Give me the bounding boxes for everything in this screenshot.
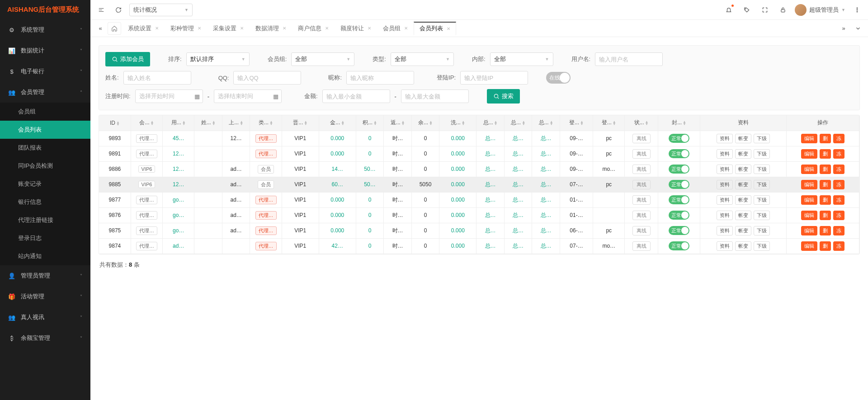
tag-button[interactable] [741,4,753,16]
acct-button[interactable]: 帐变 [735,241,751,251]
close-icon[interactable]: ✕ [447,26,450,31]
acct-button[interactable]: 帐变 [735,226,751,235]
user-link[interactable]: 45… [173,135,184,141]
delete-button[interactable]: 删 [820,180,831,189]
tabs-prev-button[interactable]: « [94,22,107,35]
amount-max-input[interactable] [401,89,469,103]
wash-link[interactable]: 0.000 [451,181,465,188]
qq-input[interactable] [233,71,301,85]
notifications-button[interactable] [722,4,735,16]
sort-select[interactable]: 默认排序▼ [186,52,250,66]
sub-button[interactable]: 下级 [754,165,770,174]
points-link[interactable]: 0 [368,135,372,141]
submenu-item[interactable]: 站内通知 [0,247,90,265]
col-header[interactable]: 总...▲▼ [504,115,532,131]
money-link[interactable]: 0.000 [330,151,344,157]
edit-button[interactable]: 编辑 [801,211,817,220]
points-link[interactable]: 50… [364,166,375,172]
delete-button[interactable]: 删 [820,226,831,235]
col-header[interactable]: 上...▲▼ [222,115,250,131]
tab[interactable]: 会员列表✕ [414,22,456,35]
freeze-button[interactable]: 冻 [833,180,844,189]
close-icon[interactable]: ✕ [368,26,371,31]
tabs-menu-button[interactable] [852,22,864,35]
submenu-item[interactable]: 同IP会员检测 [0,157,90,175]
edit-button[interactable]: 编辑 [801,241,817,251]
sub-button[interactable]: 下级 [754,211,770,220]
menu-group-7[interactable]: ₿余额宝管理˅ [0,328,90,348]
block-switch[interactable]: 正常 [669,134,689,143]
tabs-next-button[interactable]: » [837,22,850,35]
edit-button[interactable]: 编辑 [801,134,817,143]
type-select[interactable]: 全部▼ [391,52,454,66]
user-menu[interactable]: 超级管理员 ▼ [795,4,845,16]
block-switch[interactable]: 正常 [669,241,689,250]
money-link[interactable]: 0.000 [330,227,344,234]
col-header[interactable]: 晋...▲▼ [282,115,319,131]
collapse-sidebar-button[interactable] [95,4,108,16]
sub-button[interactable]: 下级 [754,226,770,235]
data-button[interactable]: 资料 [717,195,733,205]
data-button[interactable]: 资料 [717,165,733,174]
menu-group-5[interactable]: 🎁活动管理˅ [0,286,90,307]
data-button[interactable]: 资料 [717,226,733,235]
tab[interactable]: 额度转让✕ [335,22,377,35]
sub-button[interactable]: 下级 [754,134,770,143]
user-link[interactable]: go… [173,212,184,218]
acct-button[interactable]: 帐变 [735,134,751,143]
acct-button[interactable]: 帐变 [735,211,751,220]
user-link[interactable]: go… [173,197,184,203]
freeze-button[interactable]: 冻 [833,211,844,220]
col-header[interactable]: 类...▲▼ [250,115,282,131]
col-header[interactable]: 积...▲▼ [356,115,384,131]
menu-group-1[interactable]: 📊数据统计˅ [0,40,90,61]
acct-button[interactable]: 帐变 [735,165,751,174]
points-link[interactable]: 50… [364,181,375,188]
user-link[interactable]: 12… [173,166,184,172]
tab[interactable]: 商户信息✕ [292,22,335,35]
col-header[interactable]: 余...▲▼ [411,115,439,131]
group-select[interactable]: 全部▼ [291,52,354,66]
submenu-item[interactable]: 团队报表 [0,139,90,157]
col-header[interactable]: 状...▲▼ [625,115,658,131]
wash-link[interactable]: 0.000 [451,197,465,203]
col-header[interactable]: 洗...▲▼ [439,115,476,131]
menu-group-6[interactable]: 👥真人视讯˅ [0,307,90,328]
menu-group-4[interactable]: 👤管理员管理˅ [0,265,90,286]
fullscreen-button[interactable] [759,4,771,16]
acct-button[interactable]: 帐变 [735,195,751,205]
points-link[interactable]: 0 [368,227,372,234]
block-switch[interactable]: 正常 [669,211,689,220]
sub-button[interactable]: 下级 [754,241,770,251]
delete-button[interactable]: 删 [820,195,831,205]
delete-button[interactable]: 删 [820,149,831,159]
wash-link[interactable]: 0.000 [451,212,465,218]
menu-group-2[interactable]: $电子银行˅ [0,61,90,82]
freeze-button[interactable]: 冻 [833,134,844,143]
sub-button[interactable]: 下级 [754,180,770,189]
block-switch[interactable]: 正常 [669,226,689,235]
freeze-button[interactable]: 冻 [833,165,844,174]
col-header[interactable]: 会...▲▼ [131,115,162,131]
data-button[interactable]: 资料 [717,149,733,159]
freeze-button[interactable]: 冻 [833,226,844,235]
menu-group-0[interactable]: ⚙系统管理˅ [0,19,90,40]
submenu-item[interactable]: 代理注册链接 [0,211,90,229]
points-link[interactable]: 0 [368,197,372,203]
sub-button[interactable]: 下级 [754,149,770,159]
acct-button[interactable]: 帐变 [735,149,751,159]
acct-button[interactable]: 帐变 [735,180,751,189]
block-switch[interactable]: 正常 [669,180,689,189]
col-header[interactable]: 登...▲▼ [560,115,593,131]
search-button[interactable]: 搜索 [487,89,520,104]
tab[interactable]: 会员组✕ [377,22,414,35]
money-link[interactable]: 0.000 [330,197,344,203]
delete-button[interactable]: 删 [820,134,831,143]
block-switch[interactable]: 正常 [669,165,689,174]
col-header[interactable]: ID▲▼ [99,115,131,131]
reg-end-input[interactable]: 选择结束时间▦ [214,89,282,103]
data-button[interactable]: 资料 [717,180,733,189]
money-link[interactable]: 0.000 [330,212,344,218]
money-link[interactable]: 14… [332,166,343,172]
freeze-button[interactable]: 冻 [833,241,844,251]
